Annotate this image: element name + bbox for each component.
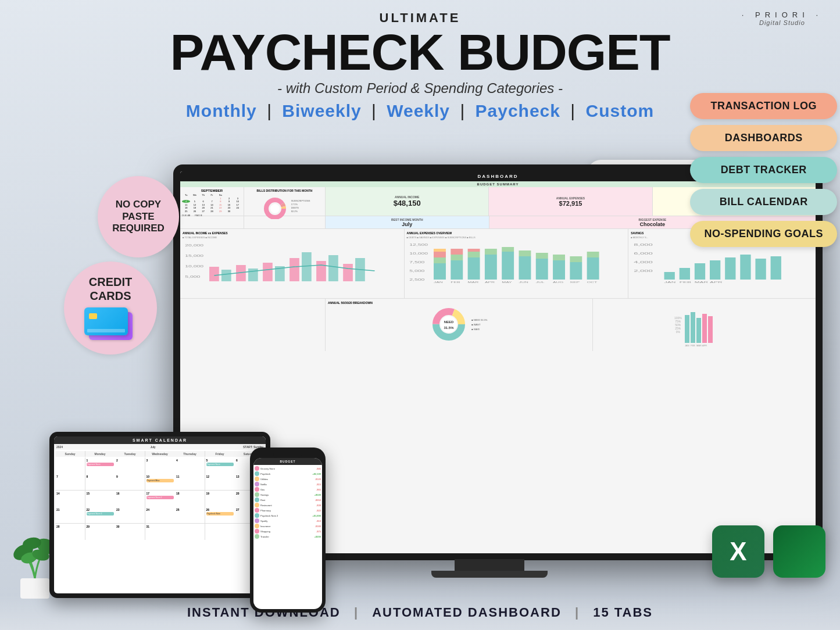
svg-text:2,000: 2,000 bbox=[634, 269, 653, 273]
svg-text:8,000: 8,000 bbox=[634, 243, 653, 246]
cal-fri: Friday bbox=[205, 451, 235, 457]
svg-rect-36 bbox=[484, 249, 496, 255]
cal-mon: Monday bbox=[85, 451, 115, 457]
pill-dashboards[interactable]: DASHBOARDS bbox=[690, 125, 837, 151]
feature-pills: TRANSACTION LOG DASHBOARDS DEBT TRACKER … bbox=[690, 93, 837, 247]
svg-text:APR: APR bbox=[702, 344, 707, 347]
cc-card-front bbox=[84, 307, 128, 335]
svg-rect-68 bbox=[740, 255, 750, 280]
svg-rect-45 bbox=[570, 262, 582, 280]
svg-rect-38 bbox=[502, 247, 514, 252]
cal-day-19: 19 bbox=[205, 491, 235, 507]
pill-transaction-log-label: TRANSACTION LOG bbox=[710, 100, 817, 112]
svg-text:APR: APR bbox=[484, 281, 495, 283]
svg-text:JUN: JUN bbox=[519, 281, 528, 283]
cal-header-fr: Fr bbox=[208, 194, 216, 196]
svg-text:10,000: 10,000 bbox=[409, 252, 428, 255]
footer-item3: 15 TABS bbox=[593, 605, 653, 620]
cal-header-we: We bbox=[191, 194, 199, 196]
tab-month: July bbox=[151, 445, 156, 449]
period-custom: Custom bbox=[585, 101, 654, 120]
phone-wrapper: BUDGET Grocery Store -$45 Paycheck +$2,1… bbox=[250, 448, 326, 613]
cal-day-10: 10 Payment Misc bbox=[145, 474, 175, 490]
cal-month-label: SEPTEMBER bbox=[182, 189, 242, 192]
expenses-overview-chart: 12,500 10,000 7,500 5,000 2,500 bbox=[407, 240, 626, 284]
period-biweekly: Biweekly bbox=[282, 101, 361, 120]
cal-day-18: 18 bbox=[175, 491, 205, 507]
svg-text:2,500: 2,500 bbox=[409, 278, 425, 281]
svg-point-3 bbox=[270, 204, 280, 213]
svg-text:15,000: 15,000 bbox=[185, 255, 204, 257]
period-monthly: Monthly bbox=[186, 101, 257, 120]
svg-rect-29 bbox=[451, 260, 463, 280]
pill-bill-calendar[interactable]: BILL CALENDAR bbox=[690, 189, 837, 215]
breakdown-donut: NEED 31.5% bbox=[430, 306, 468, 343]
svg-rect-30 bbox=[451, 255, 463, 260]
breakdown-save: ■ SAVE bbox=[471, 327, 487, 332]
pill-no-spending[interactable]: NO-SPENDING GOALS bbox=[690, 221, 837, 247]
cal-day-26: 26 Paycheck Note bbox=[205, 507, 235, 523]
sep4: | bbox=[570, 101, 581, 120]
monitor-base bbox=[431, 571, 548, 578]
best-month-value: July bbox=[402, 221, 412, 227]
cal-header-sa: Sa bbox=[216, 194, 224, 196]
cal-sun: Sunday bbox=[55, 451, 85, 457]
svg-text:12,500: 12,500 bbox=[409, 244, 428, 246]
biggest-expense-value: Chocolate bbox=[640, 221, 666, 227]
pill-debt-tracker[interactable]: DEBT TRACKER bbox=[690, 157, 837, 183]
cal-thu: Thursday bbox=[175, 451, 205, 457]
svg-text:6,000: 6,000 bbox=[634, 252, 653, 255]
svg-text:5,000: 5,000 bbox=[185, 275, 201, 278]
cal-header-tu: Tu bbox=[182, 194, 190, 196]
svg-rect-11 bbox=[248, 269, 258, 281]
cal-day-23: 23 bbox=[115, 507, 145, 523]
svg-rect-37 bbox=[502, 252, 514, 280]
cal-day-31: 31 bbox=[145, 524, 175, 540]
svg-text:7,500: 7,500 bbox=[409, 261, 425, 264]
svg-rect-64 bbox=[680, 268, 690, 280]
svg-point-78 bbox=[441, 316, 457, 332]
cal-day-17: 17 Payment Store 2 bbox=[145, 491, 175, 507]
svg-rect-31 bbox=[451, 249, 463, 255]
pill-dashboards-label: DASHBOARDS bbox=[725, 132, 803, 144]
tablet-calendar-sub: 2024 July START: Sunday bbox=[54, 444, 266, 450]
svg-rect-26 bbox=[434, 257, 446, 263]
tablet-wrapper: SMART CALENDAR 2024 July START: Sunday S… bbox=[49, 432, 270, 598]
no-copy-text: NO COPYPASTEREQUIRED bbox=[112, 199, 165, 234]
svg-rect-42 bbox=[535, 253, 548, 259]
cal-day-24: 24 bbox=[145, 507, 175, 523]
svg-rect-44 bbox=[553, 255, 565, 260]
cal-day-empty2 bbox=[175, 524, 205, 540]
income-vs-expenses-title: ANNUAL INCOME vs EXPENSES bbox=[183, 231, 402, 235]
cal-day-15: 15 bbox=[85, 491, 115, 507]
svg-rect-63 bbox=[664, 272, 675, 280]
phone-notch bbox=[273, 451, 302, 458]
app-icons-area: X bbox=[712, 525, 825, 578]
svg-rect-25 bbox=[434, 263, 446, 280]
pill-no-spending-label: NO-SPENDING GOALS bbox=[704, 228, 823, 239]
svg-rect-17 bbox=[328, 255, 338, 281]
svg-rect-8 bbox=[209, 267, 219, 281]
svg-rect-85 bbox=[708, 316, 713, 343]
phone-device: BUDGET Grocery Store -$45 Paycheck +$2,1… bbox=[250, 448, 326, 613]
monitor-stand bbox=[455, 559, 524, 572]
svg-rect-48 bbox=[587, 252, 599, 257]
svg-rect-90 bbox=[20, 578, 49, 599]
svg-rect-16 bbox=[316, 261, 326, 281]
svg-rect-34 bbox=[467, 249, 480, 252]
breakdown-title: ANNUAL 50/30/20 BREAKDOWN bbox=[328, 301, 590, 305]
svg-text:MAR: MAR bbox=[696, 344, 702, 347]
income-expenses-chart: 20,000 15,000 10,000 5,000 bbox=[183, 241, 402, 287]
svg-rect-27 bbox=[434, 252, 446, 257]
credit-card-visual bbox=[84, 307, 137, 341]
svg-text:10,000: 10,000 bbox=[185, 265, 204, 268]
cc-stripes bbox=[87, 329, 125, 332]
svg-rect-41 bbox=[535, 259, 548, 280]
percent-chart: JAN FEB MAR APR bbox=[682, 303, 734, 347]
svg-text:JAN: JAN bbox=[664, 281, 676, 284]
pill-transaction-log[interactable]: TRANSACTION LOG bbox=[690, 93, 837, 119]
svg-text:20,000: 20,000 bbox=[185, 244, 204, 247]
svg-rect-47 bbox=[587, 257, 599, 280]
main-title: PAYCHECK BUDGET bbox=[0, 27, 840, 78]
cal-tue: Tuesday bbox=[115, 451, 145, 457]
